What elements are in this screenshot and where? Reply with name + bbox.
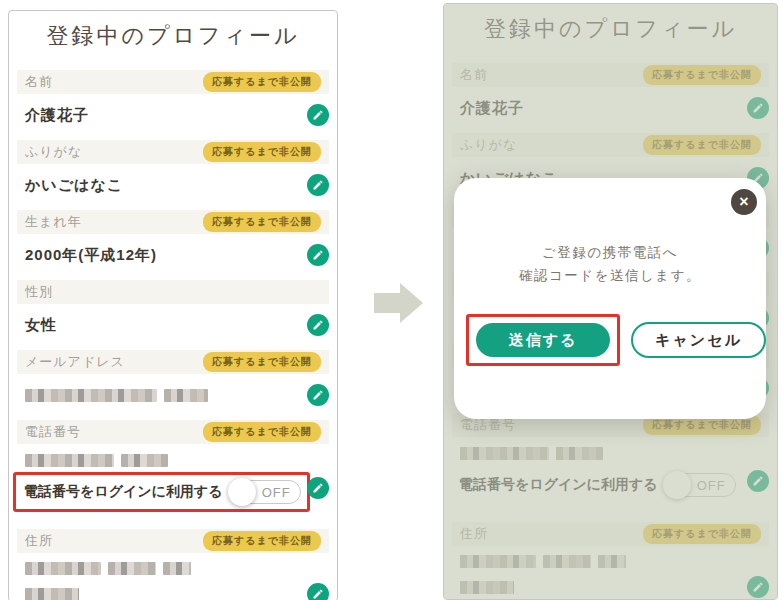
field-label-row: 性別 xyxy=(17,280,329,304)
private-badge: 応募するまで非公開 xyxy=(203,212,321,232)
redacted-phone-value xyxy=(25,454,114,467)
field-label-row: 住所 応募するまで非公開 xyxy=(17,529,329,553)
toggle-state-label: OFF xyxy=(262,485,291,500)
close-icon[interactable]: × xyxy=(731,189,757,215)
send-annotation-box: 送信する xyxy=(466,314,620,366)
private-badge: 応募するまで非公開 xyxy=(203,531,321,551)
profile-panel-dimmed: 登録中のプロフィール 名前 応募するまで非公開 介護花子 ふりがな 応募するまで… xyxy=(443,3,778,600)
field-label: メールアドレス xyxy=(25,353,125,371)
pencil-icon xyxy=(312,389,324,401)
private-badge: 応募するまで非公開 xyxy=(203,72,321,92)
pencil-icon xyxy=(312,482,324,494)
edit-button[interactable] xyxy=(307,104,329,126)
field-email: メールアドレス 応募するまで非公開 xyxy=(17,350,329,408)
field-label-row: ふりがな 応募するまで非公開 xyxy=(17,140,329,164)
private-badge: 応募するまで非公開 xyxy=(203,422,321,442)
field-birth-year: 生まれ年 応募するまで非公開 2000年(平成12年) xyxy=(17,210,329,268)
redacted-address-line xyxy=(25,561,191,579)
field-label: 電話番号 xyxy=(25,423,81,441)
field-phone: 電話番号 応募するまで非公開 電話番号をログインに利用する OFF xyxy=(17,420,329,512)
cancel-button[interactable]: キャンセル xyxy=(631,322,766,358)
profile-panel: 登録中のプロフィール 名前 応募するまで非公開 介護花子 ふりがな 応募するまで… xyxy=(8,10,338,600)
private-badge: 応募するまで非公開 xyxy=(203,142,321,162)
redacted-phone-value xyxy=(121,454,168,467)
phone-login-toggle-label: 電話番号をログインに利用する xyxy=(24,483,223,501)
redacted-email-value xyxy=(164,389,208,402)
edit-button[interactable] xyxy=(307,244,329,266)
edit-button[interactable] xyxy=(307,583,329,600)
toggle-knob xyxy=(228,478,256,506)
field-gender: 性別 女性 xyxy=(17,280,329,338)
field-label-row: 電話番号 応募するまで非公開 xyxy=(17,420,329,444)
private-badge: 応募するまで非公開 xyxy=(203,352,321,372)
dialog-message-line2: 確認コードを送信します。 xyxy=(519,268,701,283)
field-value: 介護花子 xyxy=(25,106,89,125)
phone-login-annotation-box: 電話番号をログインに利用する OFF xyxy=(13,472,310,512)
phone-login-toggle[interactable]: OFF xyxy=(229,480,301,504)
send-button[interactable]: 送信する xyxy=(476,323,610,357)
field-value: 女性 xyxy=(25,316,57,335)
field-label-row: 生まれ年 応募するまで非公開 xyxy=(17,210,329,234)
field-value: 2000年(平成12年) xyxy=(25,246,157,265)
field-label: 性別 xyxy=(25,283,53,301)
pencil-icon xyxy=(312,588,324,600)
pencil-icon xyxy=(312,109,324,121)
pencil-icon xyxy=(312,179,324,191)
field-label: 住所 xyxy=(25,532,53,550)
redacted-address-line xyxy=(25,587,79,600)
redacted-email-value xyxy=(25,389,157,402)
field-label: ふりがな xyxy=(25,143,82,161)
confirm-code-dialog: × ご登録の携帯電話へ 確認コードを送信します。 送信する キャンセル xyxy=(454,178,766,419)
pencil-icon xyxy=(312,319,324,331)
field-name: 名前 応募するまで非公開 介護花子 xyxy=(17,70,329,128)
field-label: 生まれ年 xyxy=(25,213,82,231)
pencil-icon xyxy=(312,249,324,261)
transition-arrow-icon xyxy=(374,283,423,323)
edit-button[interactable] xyxy=(307,314,329,336)
field-label-row: メールアドレス 応募するまで非公開 xyxy=(17,350,329,374)
edit-button[interactable] xyxy=(307,477,329,499)
page-title: 登録中のプロフィール xyxy=(9,22,337,50)
field-address: 住所 応募するまで非公開 xyxy=(17,529,329,600)
edit-button[interactable] xyxy=(307,384,329,406)
dialog-message-line1: ご登録の携帯電話へ xyxy=(542,245,678,260)
edit-button[interactable] xyxy=(307,174,329,196)
field-label: 名前 xyxy=(25,73,53,91)
field-label-row: 名前 応募するまで非公開 xyxy=(17,70,329,94)
field-value: かいごはなこ xyxy=(25,176,123,195)
field-furigana: ふりがな 応募するまで非公開 かいごはなこ xyxy=(17,140,329,198)
